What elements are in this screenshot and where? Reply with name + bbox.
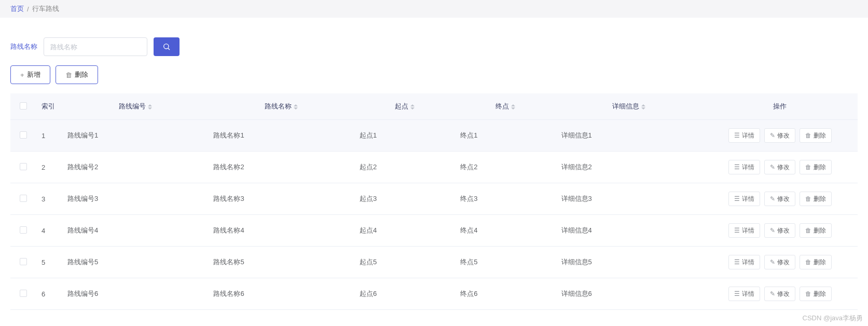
trash-icon: 🗑 <box>805 227 811 234</box>
header-code[interactable]: 路线编号 <box>62 93 208 120</box>
trash-icon: 🗑 <box>805 195 811 202</box>
sort-icon <box>641 104 645 110</box>
cell-index: 3 <box>36 183 62 215</box>
cell-code: 路线编号4 <box>62 215 208 247</box>
row-checkbox[interactable] <box>20 290 27 297</box>
table-row: 2路线编号2路线名称2起点2终点2详细信息2☰详情✎修改🗑删除 <box>10 152 858 183</box>
trash-icon: 🗑 <box>805 259 811 266</box>
edit-button[interactable]: ✎修改 <box>764 128 795 143</box>
breadcrumb-current: 行车路线 <box>32 4 59 13</box>
edit-icon: ✎ <box>770 164 775 171</box>
row-checkbox[interactable] <box>20 226 27 234</box>
cell-end: 终点4 <box>455 215 556 247</box>
detail-icon: ☰ <box>734 164 740 171</box>
table-row: 4路线编号4路线名称4起点4终点4详细信息4☰详情✎修改🗑删除 <box>10 215 858 247</box>
svg-point-0 <box>164 44 169 49</box>
cell-detail: 详细信息2 <box>556 152 702 183</box>
header-end[interactable]: 终点 <box>455 93 556 120</box>
edit-button[interactable]: ✎修改 <box>764 223 795 238</box>
table-header-row: 索引 路线编号 路线名称 起点 终点 详细信息 操作 <box>10 93 858 120</box>
row-delete-button[interactable]: 🗑删除 <box>800 287 832 301</box>
cell-detail: 详细信息1 <box>556 120 702 152</box>
cell-detail: 详细信息6 <box>556 278 702 310</box>
edit-icon: ✎ <box>770 259 775 266</box>
row-delete-button[interactable]: 🗑删除 <box>800 223 832 238</box>
cell-start: 起点6 <box>354 278 455 310</box>
cell-name: 路线名称5 <box>208 247 354 278</box>
cell-code: 路线编号1 <box>62 120 208 152</box>
cell-detail: 详细信息3 <box>556 183 702 215</box>
detail-icon: ☰ <box>734 259 740 266</box>
trash-icon: 🗑 <box>805 290 811 297</box>
detail-button[interactable]: ☰详情 <box>728 160 760 174</box>
cell-index: 5 <box>36 247 62 278</box>
row-delete-button[interactable]: 🗑删除 <box>800 192 832 206</box>
cell-end: 终点6 <box>455 278 556 310</box>
detail-button[interactable]: ☰详情 <box>728 192 760 206</box>
cell-index: 2 <box>36 152 62 183</box>
search-icon <box>162 43 171 51</box>
header-start[interactable]: 起点 <box>354 93 455 120</box>
search-input[interactable] <box>44 37 147 56</box>
header-name[interactable]: 路线名称 <box>208 93 354 120</box>
cell-start: 起点2 <box>354 152 455 183</box>
row-checkbox[interactable] <box>20 258 27 265</box>
table-row: 1路线编号1路线名称1起点1终点1详细信息1☰详情✎修改🗑删除 <box>10 120 858 152</box>
add-button-label: 新增 <box>27 70 40 79</box>
edit-button[interactable]: ✎修改 <box>764 160 795 174</box>
edit-icon: ✎ <box>770 132 775 139</box>
row-checkbox[interactable] <box>20 195 27 202</box>
add-button[interactable]: + 新增 <box>10 65 50 84</box>
cell-end: 终点2 <box>455 152 556 183</box>
cell-start: 起点5 <box>354 247 455 278</box>
row-delete-button[interactable]: 🗑删除 <box>800 255 832 269</box>
detail-button[interactable]: ☰详情 <box>728 223 760 238</box>
header-ops: 操作 <box>702 93 858 120</box>
search-bar: 路线名称 <box>10 37 858 56</box>
search-label: 路线名称 <box>10 42 37 51</box>
delete-button[interactable]: 🗑 删除 <box>56 65 98 84</box>
row-delete-button[interactable]: 🗑删除 <box>800 128 832 143</box>
sort-icon <box>511 104 515 110</box>
breadcrumb-home[interactable]: 首页 <box>10 4 24 13</box>
plus-icon: + <box>20 71 24 79</box>
cell-name: 路线名称6 <box>208 278 354 310</box>
edit-icon: ✎ <box>770 195 775 202</box>
trash-icon: 🗑 <box>805 132 811 139</box>
table-row: 6路线编号6路线名称6起点6终点6详细信息6☰详情✎修改🗑删除 <box>10 278 858 310</box>
detail-icon: ☰ <box>734 195 740 202</box>
row-checkbox[interactable] <box>20 131 27 139</box>
cell-start: 起点4 <box>354 215 455 247</box>
action-bar: + 新增 🗑 删除 <box>10 65 858 84</box>
sort-icon <box>294 104 298 110</box>
cell-end: 终点1 <box>455 120 556 152</box>
row-checkbox[interactable] <box>20 163 27 170</box>
cell-index: 1 <box>36 120 62 152</box>
breadcrumb-separator: / <box>27 5 29 13</box>
table-row: 5路线编号5路线名称5起点5终点5详细信息5☰详情✎修改🗑删除 <box>10 247 858 278</box>
detail-icon: ☰ <box>734 132 740 139</box>
edit-button[interactable]: ✎修改 <box>764 192 795 206</box>
detail-button[interactable]: ☰详情 <box>728 255 760 269</box>
search-button[interactable] <box>154 37 180 56</box>
detail-button[interactable]: ☰详情 <box>728 287 760 301</box>
detail-button[interactable]: ☰详情 <box>728 128 760 143</box>
row-delete-button[interactable]: 🗑删除 <box>800 160 832 174</box>
cell-code: 路线编号3 <box>62 183 208 215</box>
cell-code: 路线编号6 <box>62 278 208 310</box>
cell-name: 路线名称4 <box>208 215 354 247</box>
svg-line-1 <box>168 48 170 50</box>
edit-button[interactable]: ✎修改 <box>764 255 795 269</box>
header-detail[interactable]: 详细信息 <box>556 93 702 120</box>
edit-icon: ✎ <box>770 227 775 234</box>
sort-icon <box>148 104 152 110</box>
delete-button-label: 删除 <box>75 70 88 79</box>
select-all-checkbox[interactable] <box>20 102 27 110</box>
trash-icon: 🗑 <box>65 71 72 79</box>
cell-start: 起点1 <box>354 120 455 152</box>
cell-name: 路线名称2 <box>208 152 354 183</box>
edit-button[interactable]: ✎修改 <box>764 287 795 301</box>
trash-icon: 🗑 <box>805 164 811 171</box>
route-table: 索引 路线编号 路线名称 起点 终点 详细信息 操作 1路线编号1路线名称1起点… <box>10 93 858 310</box>
cell-detail: 详细信息5 <box>556 247 702 278</box>
